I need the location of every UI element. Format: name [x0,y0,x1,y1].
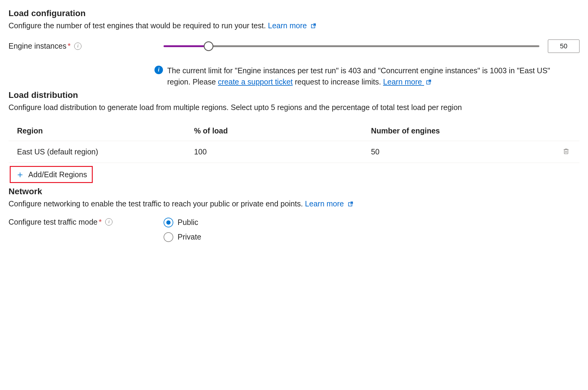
engine-instances-label: Engine instances * i [9,42,154,50]
cell-engines: 50 [362,141,539,163]
table-row: East US (default region) 100 50 [9,141,579,163]
slider-thumb[interactable] [204,41,213,51]
external-link-icon [426,77,431,82]
cell-region: East US (default region) [9,141,185,163]
load-config-desc: Configure the number of test engines tha… [9,20,579,32]
add-edit-regions-button[interactable]: ＋ Add/Edit Regions [11,167,91,181]
radio-label-private: Private [178,233,201,241]
load-config-title: Load configuration [9,9,579,18]
load-config-learn-more-link[interactable]: Learn more [268,21,316,30]
add-edit-regions-highlight: ＋ Add/Edit Regions [10,166,93,183]
load-dist-title: Load distribution [9,90,579,100]
trash-icon [562,151,570,156]
network-learn-more-link[interactable]: Learn more [305,199,353,208]
required-indicator: * [99,218,102,226]
required-indicator: * [67,42,71,50]
add-edit-regions-label: Add/Edit Regions [28,170,87,179]
info-icon[interactable]: i [105,218,112,226]
network-desc-text: Configure networking to enable the test … [9,199,305,208]
delete-row-button[interactable] [561,147,571,157]
svg-rect-2 [564,150,568,154]
learn-more-label: Learn more [268,21,307,30]
traffic-mode-label: Configure test traffic mode * i [9,218,154,226]
load-dist-desc: Configure load distribution to generate … [9,102,579,113]
info-filled-icon: i [154,66,163,74]
radio-label-public: Public [178,218,198,227]
info-text-mid: request to increase limits. [295,78,383,86]
col-header-region: Region [9,121,185,141]
network-desc: Configure networking to enable the test … [9,198,579,210]
plus-icon: ＋ [16,170,25,179]
info-icon[interactable]: i [74,43,81,50]
external-link-icon [348,198,353,204]
support-ticket-link[interactable]: create a support ticket [218,78,293,86]
engine-instances-slider[interactable] [164,42,539,50]
info-learn-more-link[interactable]: Learn more [383,78,431,86]
engine-instances-input[interactable] [548,40,579,53]
engine-limit-info: i The current limit for "Engine instance… [154,65,573,88]
col-header-load: % of load [185,121,362,141]
network-title: Network [9,187,579,196]
traffic-mode-radio-group: Public Private [164,218,201,242]
load-config-desc-text: Configure the number of test engines tha… [9,21,268,30]
cell-load: 100 [185,141,362,163]
traffic-mode-public-radio[interactable]: Public [164,218,201,227]
col-header-engines: Number of engines [362,121,539,141]
external-link-icon [311,20,316,26]
slider-fill [164,45,209,47]
region-table: Region % of load Number of engines East … [9,121,579,163]
traffic-mode-private-radio[interactable]: Private [164,232,201,242]
